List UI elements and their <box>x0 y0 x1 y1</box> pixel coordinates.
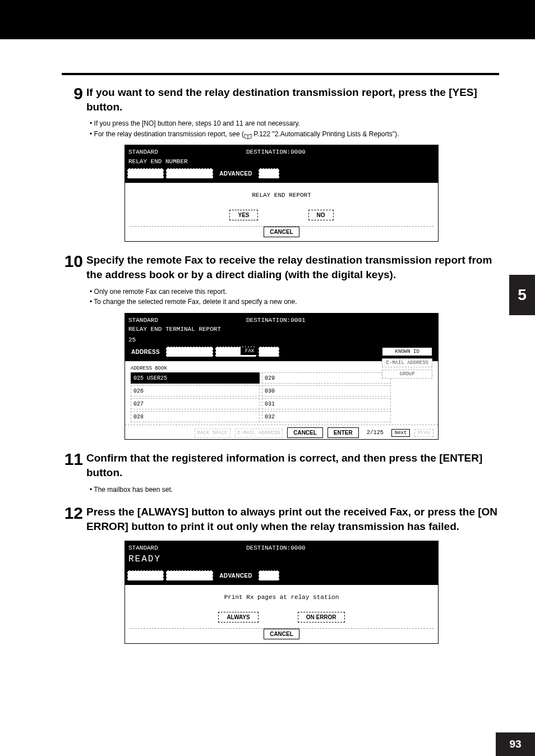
address-entry-027[interactable]: 027 <box>131 398 260 409</box>
panel1-destination: DESTINATION:0000 <box>246 147 306 157</box>
section-rule <box>62 73 499 75</box>
tab3-destination[interactable]: DESTINATION <box>166 570 213 582</box>
step-10-bullet-2: To change the selected remote Fax, delet… <box>90 297 501 307</box>
address-book-grid: 025USER25 029 026 030 027 031 028 032 <box>131 372 433 422</box>
panel3-destination: DESTINATION:0000 <box>246 543 306 553</box>
panel3-header: STANDARD DESTINATION:0000 READY ADDRESS … <box>125 541 438 586</box>
panel1-body-title: RELAY END REPORT <box>130 192 433 199</box>
panel1-standard: STANDARD <box>128 147 246 157</box>
step-9-bullets: If you press the [NO] button here, steps… <box>90 118 501 139</box>
address-entry-028[interactable]: 028 <box>131 411 260 422</box>
next-page-button[interactable]: Next <box>391 429 411 437</box>
step-12-heading: Press the [ALWAYS] button to always prin… <box>86 505 501 533</box>
tab-address[interactable]: ADDRESS <box>127 168 164 179</box>
group-button[interactable]: GROUP <box>382 370 432 379</box>
address-entry-030[interactable]: 030 <box>262 385 391 397</box>
step-9-bullet-1: If you press the [NO] button here, steps… <box>90 118 501 129</box>
tab-advanced[interactable]: ADVANCED <box>215 168 256 179</box>
panel-relay-end-report: STANDARD DESTINATION:0000 RELAY END NUMB… <box>124 145 439 242</box>
page-number: 93 <box>496 732 535 756</box>
address-entry-026[interactable]: 026 <box>131 385 260 397</box>
no-button[interactable]: NO <box>308 210 334 220</box>
tab2-address[interactable]: ADDRESS <box>127 347 164 358</box>
panel2-dialed-number: 25 <box>128 335 435 345</box>
tab-destination[interactable]: DESTINATION <box>166 168 213 179</box>
step-11-bullets: The mailbox has been set. <box>90 485 501 495</box>
step-9-heading: If you want to send the relay destinatio… <box>86 85 501 114</box>
step-11-heading: Confirm that the registered information … <box>86 451 501 480</box>
tab3-address[interactable]: ADDRESS <box>127 570 164 582</box>
step-11-number: 11 <box>57 451 83 468</box>
step-10-bullet-1: Only one remote Fax can receive this rep… <box>90 287 501 297</box>
panel1-header: STANDARD DESTINATION:0000 RELAY END NUMB… <box>125 145 438 183</box>
panel3-body-title: Print Rx pages at relay station <box>130 594 433 601</box>
step-12: 12 Press the [ALWAYS] button to always p… <box>62 505 501 533</box>
step-11-bullet-1: The mailbox has been set. <box>90 485 501 495</box>
address-entry-029[interactable]: 029 <box>262 372 391 384</box>
panel1-subtitle: RELAY END NUMBER <box>128 157 435 167</box>
panel3-standard: STANDARD <box>128 543 246 553</box>
chapter-tab: 5 <box>509 275 535 315</box>
address-entry-032[interactable]: 032 <box>262 411 391 422</box>
address-entry-025[interactable]: 025USER25 <box>131 372 260 384</box>
panel-address-book: STANDARD DESTINATION:0001 RELAY END TERM… <box>124 313 439 440</box>
panel3-subtitle: READY <box>128 552 435 566</box>
prev-page-button[interactable]: Prev <box>414 429 433 437</box>
cancel-button-2[interactable]: CANCEL <box>287 427 323 438</box>
address-book-side-buttons: KNOWN ID E-MAIL ADDRESS GROUP <box>382 347 432 379</box>
tab2-destination[interactable]: DESTINATION <box>166 347 213 358</box>
step-9: 9 If you want to send the relay destinat… <box>62 85 501 114</box>
pager-indicator: 2/125 <box>367 430 384 436</box>
step-10-number: 10 <box>57 253 83 270</box>
step-10-heading: Specify the remote Fax to receive the re… <box>86 253 501 282</box>
address-entry-031[interactable]: 031 <box>262 398 391 409</box>
known-id-button[interactable]: KNOWN ID <box>382 347 432 356</box>
step-10-bullets: Only one remote Fax can receive this rep… <box>90 287 501 307</box>
header-black-bar <box>0 0 535 39</box>
step-11: 11 Confirm that the registered informati… <box>62 451 501 480</box>
tab-file[interactable]: FILE <box>259 168 279 179</box>
book-icon <box>244 132 252 137</box>
backspace-button[interactable]: BACK SPACE <box>195 428 230 437</box>
panel2-footer: BACK SPACE E-MAIL ADDRESS CANCEL ENTER 2… <box>125 425 438 439</box>
step-9-number: 9 <box>62 85 83 102</box>
panel2-subtitle: RELAY END TERMINAL REPORT <box>128 325 435 334</box>
step-12-number: 12 <box>57 505 83 522</box>
always-button[interactable]: ALWAYS <box>218 612 258 623</box>
enter-button[interactable]: ENTER <box>328 427 359 438</box>
panel2-destination: DESTINATION:0001 <box>246 316 306 325</box>
tab3-file[interactable]: FILE <box>259 570 279 582</box>
step-10: 10 Specify the remote Fax to receive the… <box>62 253 501 282</box>
email-address-button[interactable]: E-MAIL ADDRESS <box>382 358 432 367</box>
step-9-bullet-2: For the relay destination transmission r… <box>90 129 501 140</box>
panel2-standard: STANDARD <box>128 316 246 325</box>
cancel-button-3[interactable]: CANCEL <box>264 629 299 639</box>
tab2-file[interactable]: FILE <box>259 347 279 358</box>
panel-print-rx-pages: STANDARD DESTINATION:0000 READY ADDRESS … <box>124 541 439 644</box>
fax-chip[interactable]: FAX <box>241 347 259 355</box>
on-error-button[interactable]: ON ERROR <box>298 612 345 623</box>
yes-button[interactable]: YES <box>229 210 257 220</box>
tab3-advanced[interactable]: ADVANCED <box>215 570 256 582</box>
email-address-footer-button[interactable]: E-MAIL ADDRESS <box>235 428 283 437</box>
cancel-button[interactable]: CANCEL <box>264 227 299 237</box>
